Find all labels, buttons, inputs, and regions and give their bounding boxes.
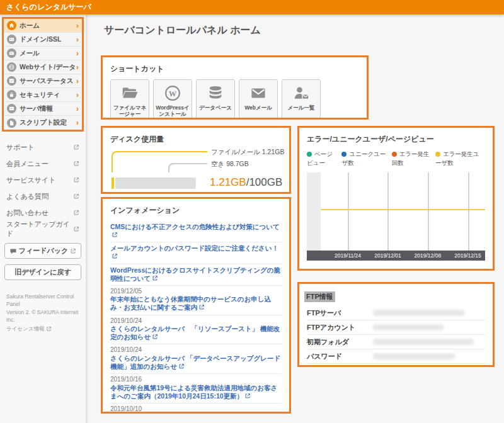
menu-icon-circle	[7, 62, 16, 72]
shortcut-label: データベース	[199, 104, 232, 111]
menu-icon-circle	[7, 104, 16, 113]
security-icon	[8, 91, 15, 98]
menu-icon-circle	[7, 76, 16, 86]
sidebar-footer: Sakura Rentalserver Control Panel Versio…	[0, 280, 86, 333]
sidebar-menu-label: スクリプト設定	[20, 118, 67, 127]
shortcut-button[interactable]: データベース	[196, 79, 235, 120]
footer-line-1: Sakura Rentalserver Control Panel	[6, 293, 79, 308]
x-axis-label: 2019/11/24	[335, 252, 361, 259]
external-link-icon	[70, 248, 76, 254]
sidebar-menu-item[interactable]: メール ›	[4, 47, 82, 60]
news-date: 2019/10/16	[110, 376, 282, 384]
sidebar-link-label: サポート	[6, 143, 35, 152]
sidebar-menu-item[interactable]: スクリプト設定 ›	[4, 116, 82, 130]
sidebar-menu-item[interactable]: サーバステータス ›	[4, 74, 82, 88]
news-link[interactable]: 令和元年台風第19号による災害救助法適用地域のお客さまへのご案内（2019年10…	[110, 384, 282, 400]
news-item: 2019/10/16 令和元年台風第19号による災害救助法適用地域のお客さまへの…	[110, 374, 282, 403]
external-link-icon	[73, 161, 79, 167]
home-icon	[8, 22, 15, 29]
shortcut-label: WordPressインストール	[154, 104, 191, 117]
stats-legend: ページビューユニークユーザ数エラー発生回数エラー発生ユーザ数	[307, 150, 485, 167]
news-link[interactable]: さくらのレンタルサーバ 「リソースブースト」 機能改定のお知らせ	[110, 325, 282, 341]
news-item: WordPressにおけるクロスサイトスクリプティングの脆弱性について	[110, 264, 282, 286]
sidebar-menu-label: サーバ情報	[20, 104, 53, 113]
external-link-icon	[198, 304, 205, 310]
disk-usage-card: ディスク使用量 ファイル/メール 1.21GB 空き 98.7GB 1.21GB…	[101, 126, 291, 194]
sidebar-menu-label: ドメイン/SSL	[20, 35, 61, 44]
chevron-right-icon: ›	[76, 50, 79, 57]
sidebar-menu-item[interactable]: Webサイト/データ ›	[4, 60, 82, 74]
external-link-icon	[112, 232, 118, 238]
sidebar-menu-item[interactable]: サーバ情報 ›	[4, 102, 82, 116]
sidebar-menu-item[interactable]: セキュリティ ›	[4, 88, 82, 102]
menu-icon-circle	[7, 35, 16, 44]
news-link[interactable]: CMSにおける不正アクセスの危険性および対策について	[110, 223, 282, 239]
external-link-icon	[244, 393, 251, 399]
external-link-icon	[112, 253, 118, 259]
legend-dot	[435, 152, 440, 157]
ftp-row-label: 初期フォルダ	[307, 337, 373, 347]
app-header: さくらのレンタルサーバ	[0, 0, 504, 14]
news-date: 2019/12/05	[110, 288, 282, 296]
sidebar-link[interactable]: 会員メニュー	[6, 155, 79, 172]
menu-icon-circle	[7, 118, 16, 128]
shortcuts-card: ショートカット ファイルマネージャー WordPressインストール	[101, 55, 369, 120]
sidebar-link-label: サービスサイト	[6, 176, 56, 185]
shortcut-label: Webメール	[244, 104, 272, 111]
external-link-icon	[73, 226, 79, 232]
gridline	[468, 172, 469, 251]
sidebar-menu-item[interactable]: ドメイン/SSL ›	[4, 33, 82, 47]
shortcut-button[interactable]: WordPressインストール	[153, 79, 192, 120]
server-info-icon	[8, 105, 15, 112]
ftp-info-title: FTP情報	[304, 291, 335, 302]
news-list: CMSにおける不正アクセスの危険性および対策について メールアカウントのパスワー…	[110, 221, 282, 414]
stats-x-axis: 2019/11/242019/12/012019/12/082019/12/15	[307, 251, 485, 261]
ftp-rows: FTPサーバ FTPアカウント 初期フォルダ パスワード	[307, 306, 485, 364]
gridline	[348, 172, 349, 251]
news-link[interactable]: さくらのレンタルサーバ 「データベースアップグレード機能」追加のお知らせ	[110, 354, 282, 371]
ftp-row-label: パスワード	[307, 352, 373, 361]
x-axis-label: 2019/12/15	[454, 252, 481, 259]
ftp-row: 初期フォルダ	[307, 335, 485, 349]
chevron-right-icon: ›	[76, 119, 79, 127]
database-icon	[206, 84, 225, 103]
disk-free-callout-line	[168, 163, 207, 172]
sidebar-menu-item[interactable]: ホーム ›	[4, 19, 82, 33]
old-design-button[interactable]: 旧デザインに戻す	[4, 264, 81, 280]
chevron-right-icon: ›	[76, 64, 79, 71]
license-link[interactable]: ライセンス情報	[6, 325, 52, 332]
old-design-button-label: 旧デザインに戻す	[14, 268, 71, 277]
external-link-icon	[178, 363, 185, 369]
shortcut-button[interactable]: Webメール	[239, 79, 278, 120]
information-card: インフォメーション CMSにおける不正アクセスの危険性および対策について メール…	[101, 197, 291, 414]
shortcuts-title: ショートカット	[110, 64, 359, 74]
ftp-row-label: FTPアカウント	[307, 323, 373, 332]
sidebar-link[interactable]: サポート	[6, 139, 79, 155]
sidebar-link[interactable]: お問い合わせ	[6, 205, 79, 221]
error-user-flat-line	[321, 209, 485, 210]
news-link[interactable]: 「さくらのレンタルサーバロゴデザインコンテスト」を実施	[110, 413, 282, 414]
sidebar-link[interactable]: よくある質問	[6, 188, 79, 205]
news-link[interactable]: 年末年始にともなう休業期間中のサービスのお申し込み・お支払いに関するご案内	[110, 295, 282, 312]
sidebar-link[interactable]: スタートアップガイド	[6, 221, 79, 237]
shortcut-button[interactable]: メール一覧	[282, 79, 321, 120]
menu-icon-circle	[7, 90, 16, 99]
y-axis-band	[307, 172, 321, 251]
page-title: サーバコントロールパネル ホーム	[104, 24, 261, 37]
sidebar-menu-label: セキュリティ	[20, 91, 60, 99]
news-link[interactable]: WordPressにおけるクロスサイトスクリプティングの脆弱性について	[110, 266, 282, 283]
feedback-button[interactable]: フィードバック	[4, 243, 81, 259]
disk-file-label: ファイル/メール 1.21GB	[211, 148, 284, 157]
ftp-info-card: FTP情報 FTPサーバ FTPアカウント 初期フォルダ パス	[297, 282, 495, 367]
sidebar-menu-label: サーバステータス	[20, 77, 73, 86]
news-date: 2019/10/24	[110, 317, 282, 325]
mail-icon	[8, 50, 15, 57]
chevron-right-icon: ›	[76, 36, 79, 43]
shortcut-label: ファイルマネージャー	[112, 104, 148, 117]
news-link[interactable]: メールアカウントのパスワード設定にご注意ください！	[110, 244, 282, 261]
sidebar-link[interactable]: サービスサイト	[6, 172, 79, 188]
chevron-right-icon: ›	[76, 105, 79, 113]
shortcut-button[interactable]: ファイルマネージャー	[110, 79, 149, 120]
news-date: 2019/10/24	[110, 346, 282, 354]
news-date: 2019/10/10	[110, 405, 282, 414]
